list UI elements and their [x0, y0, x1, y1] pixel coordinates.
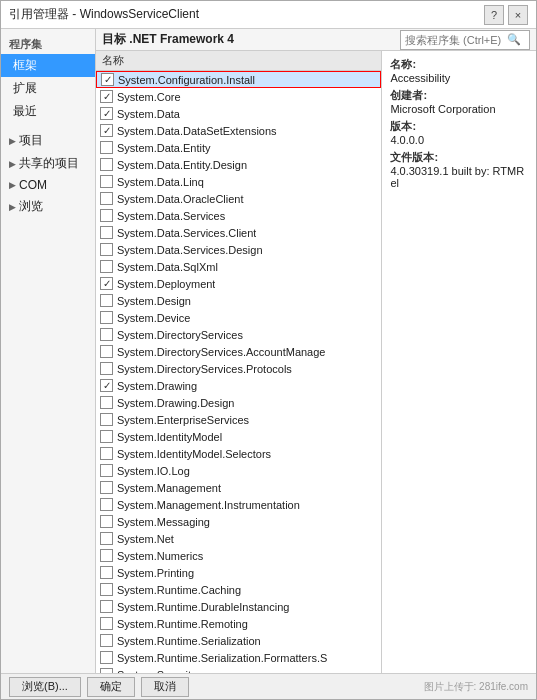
sidebar-item-recent[interactable]: 最近 — [1, 100, 95, 123]
prop-vendor-row: 创建者: Microsoft Corporation — [390, 88, 528, 115]
assembly-name: System.IdentityModel.Selectors — [117, 448, 271, 460]
prop-file-version-row: 文件版本: 4.0.30319.1 built by: RTMRel — [390, 150, 528, 189]
list-item[interactable]: System.Runtime.Serialization.Formatters.… — [96, 649, 381, 666]
list-item[interactable]: System.Messaging — [96, 513, 381, 530]
list-item[interactable]: System.Data.Services — [96, 207, 381, 224]
list-item[interactable]: System.Drawing.Design — [96, 394, 381, 411]
assembly-checkbox[interactable] — [100, 175, 113, 188]
list-item[interactable]: System.Security — [96, 666, 381, 673]
search-input[interactable] — [405, 34, 505, 46]
assembly-checkbox[interactable] — [100, 515, 113, 528]
assembly-checkbox[interactable] — [100, 396, 113, 409]
title-bar: 引用管理器 - WindowsServiceClient ? × — [1, 1, 536, 29]
assembly-checkbox[interactable] — [100, 583, 113, 596]
assembly-list[interactable]: System.Configuration.InstallSystem.CoreS… — [96, 71, 381, 673]
assembly-checkbox[interactable] — [100, 430, 113, 443]
assembly-checkbox[interactable] — [100, 277, 113, 290]
assembly-checkbox[interactable] — [100, 192, 113, 205]
assembly-checkbox[interactable] — [100, 243, 113, 256]
list-item[interactable]: System.Device — [96, 309, 381, 326]
sidebar-item-extensions[interactable]: 扩展 — [1, 77, 95, 100]
list-item[interactable]: System.Data.Entity.Design — [96, 156, 381, 173]
assembly-checkbox[interactable] — [100, 532, 113, 545]
prop-name-label: 名称: — [390, 57, 528, 72]
list-item[interactable]: System.Data.Services.Design — [96, 241, 381, 258]
prop-file-version-value: 4.0.30319.1 built by: RTMRel — [390, 165, 528, 189]
assembly-checkbox[interactable] — [101, 73, 114, 86]
assembly-checkbox[interactable] — [100, 345, 113, 358]
panel-header: 目标 .NET Framework 4 🔍 — [96, 29, 536, 51]
assembly-checkbox[interactable] — [100, 447, 113, 460]
assembly-checkbox[interactable] — [100, 226, 113, 239]
sidebar-item-framework[interactable]: 框架 — [1, 54, 95, 77]
assembly-name: System.Data.OracleClient — [117, 193, 244, 205]
list-item[interactable]: System.Drawing — [96, 377, 381, 394]
assembly-section: 名称 System.Configuration.InstallSystem.Co… — [96, 51, 382, 673]
list-item[interactable]: System.Numerics — [96, 547, 381, 564]
assembly-checkbox[interactable] — [100, 158, 113, 171]
list-item[interactable]: System.EnterpriseServices — [96, 411, 381, 428]
assembly-checkbox[interactable] — [100, 600, 113, 613]
sidebar-group-project[interactable]: ▶ 项目 — [1, 129, 95, 152]
assembly-checkbox[interactable] — [100, 464, 113, 477]
list-item[interactable]: System.Net — [96, 530, 381, 547]
list-item[interactable]: System.Data — [96, 105, 381, 122]
assembly-checkbox[interactable] — [100, 328, 113, 341]
assembly-checkbox[interactable] — [100, 124, 113, 137]
list-item[interactable]: System.Runtime.DurableInstancing — [96, 598, 381, 615]
list-item[interactable]: System.Data.Services.Client — [96, 224, 381, 241]
assembly-checkbox[interactable] — [100, 379, 113, 392]
assembly-checkbox[interactable] — [100, 209, 113, 222]
assembly-checkbox[interactable] — [100, 549, 113, 562]
help-button[interactable]: ? — [484, 5, 504, 25]
assembly-name: System.Runtime.Serialization.Formatters.… — [117, 652, 327, 664]
sidebar-group-browse[interactable]: ▶ 浏览 — [1, 195, 95, 218]
assembly-checkbox[interactable] — [100, 566, 113, 579]
list-item[interactable]: System.Management — [96, 479, 381, 496]
prop-version-value: 4.0.0.0 — [390, 134, 528, 146]
list-item[interactable]: System.Configuration.Install — [96, 71, 381, 88]
assembly-checkbox[interactable] — [100, 617, 113, 630]
list-item[interactable]: System.IdentityModel.Selectors — [96, 445, 381, 462]
list-item[interactable]: System.DirectoryServices — [96, 326, 381, 343]
list-item[interactable]: System.Data.OracleClient — [96, 190, 381, 207]
search-box[interactable]: 🔍 — [400, 30, 530, 50]
list-item[interactable]: System.Runtime.Caching — [96, 581, 381, 598]
list-item[interactable]: System.Printing — [96, 564, 381, 581]
assembly-checkbox[interactable] — [100, 362, 113, 375]
list-item[interactable]: System.IdentityModel — [96, 428, 381, 445]
list-item[interactable]: System.Core — [96, 88, 381, 105]
list-item[interactable]: System.Data.DataSetExtensions — [96, 122, 381, 139]
assembly-checkbox[interactable] — [100, 498, 113, 511]
sidebar-group-shared[interactable]: ▶ 共享的项目 — [1, 152, 95, 175]
assembly-name: System.DirectoryServices.Protocols — [117, 363, 292, 375]
assembly-checkbox[interactable] — [100, 634, 113, 647]
list-item[interactable]: System.Management.Instrumentation — [96, 496, 381, 513]
assembly-name: System.Configuration.Install — [118, 74, 255, 86]
list-item[interactable]: System.Deployment — [96, 275, 381, 292]
list-item[interactable]: System.Data.SqlXml — [96, 258, 381, 275]
assembly-name: System.Messaging — [117, 516, 210, 528]
list-item[interactable]: System.IO.Log — [96, 462, 381, 479]
assembly-checkbox[interactable] — [100, 294, 113, 307]
assembly-checkbox[interactable] — [100, 481, 113, 494]
assembly-checkbox[interactable] — [100, 311, 113, 324]
assembly-checkbox[interactable] — [100, 90, 113, 103]
list-item[interactable]: System.Design — [96, 292, 381, 309]
close-button[interactable]: × — [508, 5, 528, 25]
list-item[interactable]: System.DirectoryServices.Protocols — [96, 360, 381, 377]
sidebar-group-com[interactable]: ▶ COM — [1, 175, 95, 195]
assembly-checkbox[interactable] — [100, 107, 113, 120]
assembly-checkbox[interactable] — [100, 260, 113, 273]
list-item[interactable]: System.Runtime.Serialization — [96, 632, 381, 649]
list-item[interactable]: System.DirectoryServices.AccountManage — [96, 343, 381, 360]
ok-button[interactable]: 确定 — [87, 677, 135, 697]
assembly-checkbox[interactable] — [100, 413, 113, 426]
assembly-checkbox[interactable] — [100, 141, 113, 154]
browse-button[interactable]: 浏览(B)... — [9, 677, 81, 697]
list-item[interactable]: System.Runtime.Remoting — [96, 615, 381, 632]
list-item[interactable]: System.Data.Entity — [96, 139, 381, 156]
assembly-checkbox[interactable] — [100, 651, 113, 664]
list-item[interactable]: System.Data.Linq — [96, 173, 381, 190]
cancel-button[interactable]: 取消 — [141, 677, 189, 697]
